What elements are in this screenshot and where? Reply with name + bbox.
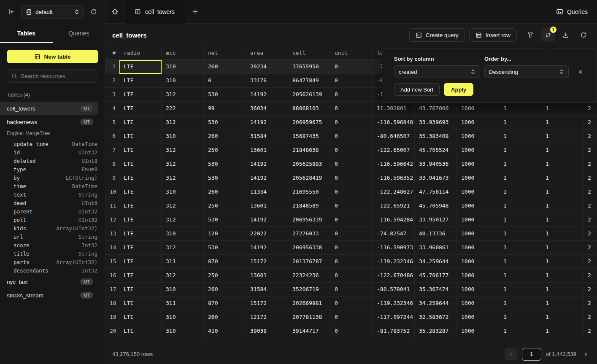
table-cell[interactable]: 1000	[457, 213, 499, 227]
table-cell[interactable]: 530	[204, 241, 246, 255]
table-cell[interactable]: 1	[499, 143, 541, 157]
table-cell[interactable]: 312	[162, 143, 204, 157]
table-cell[interactable]: 530	[204, 88, 246, 102]
table-cell[interactable]: 1000	[457, 143, 499, 157]
table-cell[interactable]: LTE	[119, 185, 162, 199]
table-cell[interactable]: 2	[583, 269, 597, 283]
table-cell[interactable]: 1	[499, 116, 541, 129]
table-cell[interactable]: 12172	[246, 310, 288, 324]
table-cell[interactable]: 0	[330, 157, 373, 171]
table-cell[interactable]: 33.960861	[415, 241, 457, 255]
table-cell[interactable]: 205625883	[288, 157, 330, 171]
table-cell[interactable]: LTE	[119, 310, 162, 324]
table-cell[interactable]: LTE	[119, 116, 162, 129]
column-header[interactable]: mcc	[162, 46, 204, 60]
table-cell[interactable]: 1	[541, 297, 583, 310]
table-cell[interactable]: 206956339	[288, 213, 330, 227]
table-cell[interactable]: 1	[541, 227, 583, 241]
table-cell[interactable]: 21695550	[288, 185, 330, 199]
table-cell[interactable]: 40.13736	[415, 227, 457, 241]
table-cell[interactable]: LTE	[119, 102, 162, 116]
table-cell[interactable]: LTE	[119, 297, 162, 310]
row-number[interactable]: 8	[105, 157, 119, 171]
table-cell[interactable]: 1000	[457, 157, 499, 171]
table-cell[interactable]: 250	[204, 269, 246, 283]
table-cell[interactable]: 1	[499, 324, 541, 338]
table-cell[interactable]: -119.232346	[373, 255, 415, 269]
table-cell[interactable]: LTE	[119, 129, 162, 143]
table-cell[interactable]: 0	[330, 297, 373, 310]
table-cell[interactable]: 45.706177	[415, 269, 457, 283]
table-cell[interactable]: 31584	[246, 129, 288, 143]
table-cell[interactable]: -116.596642	[373, 157, 415, 171]
table-cell[interactable]: 310	[162, 324, 204, 338]
table-cell[interactable]: -116.596352	[373, 171, 415, 185]
table-cell[interactable]: 1000	[457, 255, 499, 269]
table-cell[interactable]: 310	[162, 310, 204, 324]
table-cell[interactable]: 11334	[246, 185, 288, 199]
table-cell[interactable]: -122.65007	[373, 143, 415, 157]
table-cell[interactable]: 14192	[246, 116, 288, 129]
table-cell[interactable]: 1	[499, 171, 541, 185]
home-button[interactable]	[105, 0, 124, 24]
table-cell[interactable]: -122.65921	[373, 199, 415, 213]
table-cell[interactable]: 36034	[246, 102, 288, 116]
table-cell[interactable]: 0	[330, 60, 373, 74]
table-cell[interactable]: 1	[541, 116, 583, 129]
table-cell[interactable]: LTE	[119, 157, 162, 171]
table-cell[interactable]: 33.939693	[415, 116, 457, 129]
table-cell[interactable]: 1	[541, 310, 583, 324]
table-cell[interactable]: 14192	[246, 241, 288, 255]
refresh-databases-button[interactable]	[87, 5, 100, 18]
table-cell[interactable]: 0	[330, 88, 373, 102]
table-cell[interactable]: 13601	[246, 143, 288, 157]
table-cell[interactable]: LTE	[119, 227, 162, 241]
table-cell[interactable]: 2	[583, 255, 597, 269]
table-cell[interactable]: 1000	[457, 269, 499, 283]
table-cell[interactable]: 1	[499, 185, 541, 199]
table-cell[interactable]: LTE	[119, 255, 162, 269]
table-cell[interactable]: 1000	[457, 324, 499, 338]
apply-sort-button[interactable]: Apply	[444, 83, 473, 96]
table-cell[interactable]: 0	[330, 283, 373, 297]
table-cell[interactable]: 1000	[457, 241, 499, 255]
table-cell[interactable]: 34.259644	[415, 297, 457, 310]
table-cell[interactable]: 0	[330, 129, 373, 143]
table-cell[interactable]: 0	[330, 185, 373, 199]
table-cell[interactable]: 530	[204, 157, 246, 171]
table-cell[interactable]: 120	[204, 227, 246, 241]
table-cell[interactable]: LTE	[119, 269, 162, 283]
sidebar-tab-tables[interactable]: Tables	[0, 24, 53, 43]
table-cell[interactable]: 21848589	[288, 199, 330, 213]
table-cell[interactable]: 260	[204, 129, 246, 143]
table-cell[interactable]: LTE	[119, 199, 162, 213]
table-cell[interactable]: 205628419	[288, 171, 330, 185]
table-cell[interactable]: 21848638	[288, 143, 330, 157]
database-selector[interactable]: default	[21, 5, 84, 19]
table-cell[interactable]: 1000	[457, 283, 499, 297]
row-number[interactable]: 12	[105, 213, 119, 227]
table-cell[interactable]: 870	[204, 297, 246, 310]
table-cell[interactable]: 27276033	[288, 227, 330, 241]
table-cell[interactable]: -119.232346	[373, 297, 415, 310]
table-cell[interactable]: 1	[499, 129, 541, 143]
table-cell[interactable]: LTE	[119, 324, 162, 338]
table-cell[interactable]: 312	[162, 199, 204, 213]
table-cell[interactable]: 2	[583, 143, 597, 157]
table-cell[interactable]: 0	[330, 74, 373, 88]
table-cell[interactable]: LTE	[119, 60, 162, 74]
row-number[interactable]: 5	[105, 116, 119, 129]
table-cell[interactable]: 47.758114	[415, 185, 457, 199]
row-number[interactable]: 4	[105, 102, 119, 116]
table-cell[interactable]: 260	[204, 60, 246, 74]
table-cell[interactable]: 207781138	[288, 310, 330, 324]
table-cell[interactable]: -117.097244	[373, 310, 415, 324]
table-cell[interactable]: 870	[204, 255, 246, 269]
table-cell[interactable]: -122.248627	[373, 185, 415, 199]
table-cell[interactable]: 206956338	[288, 241, 330, 255]
table-cell[interactable]: 43.767006	[415, 102, 457, 116]
table-cell[interactable]: 530	[204, 116, 246, 129]
table-cell[interactable]: 33.940536	[415, 157, 457, 171]
table-cell[interactable]: 39144717	[288, 324, 330, 338]
table-cell[interactable]: LTE	[119, 88, 162, 102]
